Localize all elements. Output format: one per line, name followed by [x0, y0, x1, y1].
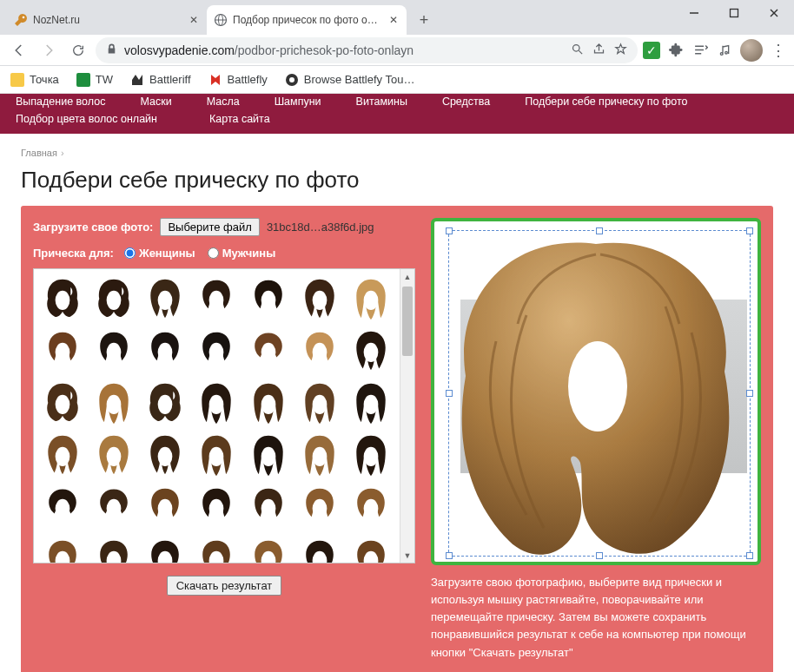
nav-link[interactable]: Подбери себе прическу по фото	[525, 96, 687, 108]
share-icon[interactable]	[592, 43, 605, 58]
hairstyle-thumbnail[interactable]	[347, 274, 396, 323]
hairstyle-thumbnail[interactable]	[89, 274, 138, 323]
hairstyle-thumbnail[interactable]	[243, 535, 293, 563]
resize-handle[interactable]	[746, 390, 753, 397]
bookmark-icon	[130, 73, 144, 87]
window-minimize[interactable]	[674, 0, 714, 26]
bookmark-item[interactable]: TW	[76, 73, 113, 87]
hairstyle-thumbnail[interactable]	[294, 431, 344, 479]
hairstyle-thumbnail[interactable]	[192, 379, 242, 427]
nav-link[interactable]: Масла	[207, 96, 240, 108]
hairstyle-thumbnail[interactable]	[243, 274, 293, 323]
hairstyle-thumbnail[interactable]	[243, 379, 293, 427]
hairstyle-thumbnail[interactable]	[243, 326, 293, 375]
download-button[interactable]: Скачать результат	[167, 576, 282, 596]
hairstyle-thumbnail[interactable]	[347, 326, 396, 375]
hairstyle-thumbnail[interactable]	[141, 431, 190, 479]
hairstyle-thumbnail[interactable]	[192, 483, 242, 531]
bookmark-item[interactable]: Browse Battlefy Tou…	[285, 73, 415, 87]
reading-list-icon[interactable]	[691, 42, 709, 59]
nav-link[interactable]: Карта сайта	[209, 113, 270, 125]
hairstyle-thumbnail[interactable]	[192, 326, 242, 375]
address-bar[interactable]: volosvypadenie.com/podbor-prichesok-po-f…	[96, 37, 638, 63]
hairstyle-thumbnail[interactable]	[347, 379, 396, 427]
hairstyle-thumbnail[interactable]	[37, 535, 87, 563]
scroll-up-icon[interactable]: ▲	[400, 269, 414, 284]
nav-link[interactable]: Средства	[442, 96, 490, 108]
hair-overlay[interactable]	[448, 237, 744, 565]
hairstyle-thumbnail[interactable]	[347, 431, 396, 479]
hairstyle-thumbnail[interactable]	[37, 326, 87, 375]
nav-link[interactable]: Маски	[140, 96, 171, 108]
hairstyle-thumbnail[interactable]	[243, 431, 293, 479]
hairstyle-thumbnail[interactable]	[141, 483, 190, 531]
new-tab-button[interactable]: +	[412, 8, 436, 32]
gender-male-label[interactable]: Мужчины	[222, 247, 276, 260]
forward-button[interactable]	[36, 38, 61, 63]
bookmark-item[interactable]: Battlefly	[208, 73, 268, 87]
hairstyle-thumbnail[interactable]	[294, 326, 344, 375]
nav-link[interactable]: Выпадение волос	[16, 96, 105, 108]
breadcrumb-home[interactable]: Главная	[21, 148, 57, 158]
nav-link[interactable]: Подбор цвета волос онлайн	[16, 113, 157, 125]
hairstyle-thumbnail[interactable]	[141, 379, 190, 427]
svg-point-30	[158, 395, 173, 414]
hairstyle-thumbnail[interactable]	[347, 483, 396, 531]
gender-female-label[interactable]: Женщины	[139, 247, 195, 260]
resize-handle[interactable]	[596, 227, 603, 234]
hairstyle-thumbnail[interactable]	[294, 535, 344, 563]
choose-file-button[interactable]: Выберите файл	[160, 218, 259, 236]
hairstyle-thumbnail[interactable]	[347, 535, 396, 563]
hairstyle-thumbnail[interactable]	[89, 431, 138, 479]
svg-line-9	[579, 50, 582, 54]
media-icon[interactable]	[716, 42, 733, 59]
tab-noznet[interactable]: NozNet.ru ✕	[7, 5, 207, 35]
hairstyle-thumbnail[interactable]	[192, 535, 242, 563]
gender-male-radio[interactable]	[208, 247, 219, 259]
reload-button[interactable]	[66, 38, 90, 63]
hairstyle-thumbnail[interactable]	[89, 326, 138, 375]
hairstyle-thumbnail[interactable]	[294, 379, 344, 427]
hairstyle-thumbnail[interactable]	[192, 274, 242, 323]
nav-link[interactable]: Шампуни	[275, 96, 321, 108]
globe-icon	[214, 13, 228, 27]
hairstyle-thumbnail[interactable]	[141, 326, 190, 375]
gallery-scrollbar[interactable]: ▲ ▼	[400, 269, 414, 563]
hairstyle-thumbnail[interactable]	[294, 274, 344, 323]
nav-link[interactable]: Витамины	[356, 96, 407, 108]
tab-active[interactable]: Подбор причесок по фото онлайн ✕	[207, 5, 407, 35]
hairstyle-thumbnail[interactable]	[141, 274, 190, 323]
hairstyle-thumbnail[interactable]	[294, 483, 344, 531]
hairstyle-thumbnail[interactable]	[141, 535, 190, 563]
close-icon[interactable]: ✕	[188, 14, 200, 26]
hairstyle-thumbnail[interactable]	[37, 483, 87, 531]
hairstyle-thumbnail[interactable]	[89, 535, 138, 563]
hairstyle-thumbnail[interactable]	[89, 483, 138, 531]
extension-check-icon[interactable]: ✓	[643, 42, 660, 59]
preview-frame[interactable]	[431, 218, 761, 565]
hairstyle-thumbnail[interactable]	[37, 379, 87, 427]
menu-icon[interactable]: ⋮	[770, 42, 787, 59]
back-button[interactable]	[7, 38, 31, 63]
hairstyle-thumbnail[interactable]	[37, 431, 87, 479]
hairstyle-thumbnail[interactable]	[37, 274, 87, 323]
window-close[interactable]	[754, 0, 794, 26]
extensions-icon[interactable]	[667, 42, 685, 59]
scroll-down-icon[interactable]: ▼	[400, 548, 414, 563]
scroll-thumb[interactable]	[402, 287, 413, 356]
resize-handle[interactable]	[746, 552, 753, 559]
window-maximize[interactable]	[714, 0, 754, 26]
bookmark-item[interactable]: Точка	[10, 73, 59, 87]
star-icon[interactable]	[614, 43, 627, 58]
search-icon[interactable]	[571, 43, 584, 58]
hairstyle-thumbnail[interactable]	[192, 431, 242, 479]
bookmark-item[interactable]: Battleriff	[130, 73, 190, 87]
gender-label: Прическа для:	[33, 247, 114, 260]
gender-female-radio[interactable]	[124, 247, 136, 259]
hairstyle-thumbnail[interactable]	[89, 379, 138, 427]
hairstyle-thumbnail[interactable]	[243, 483, 293, 531]
resize-handle[interactable]	[446, 227, 453, 234]
close-icon[interactable]: ✕	[387, 14, 400, 26]
resize-handle[interactable]	[746, 227, 753, 234]
profile-avatar[interactable]	[740, 39, 763, 62]
